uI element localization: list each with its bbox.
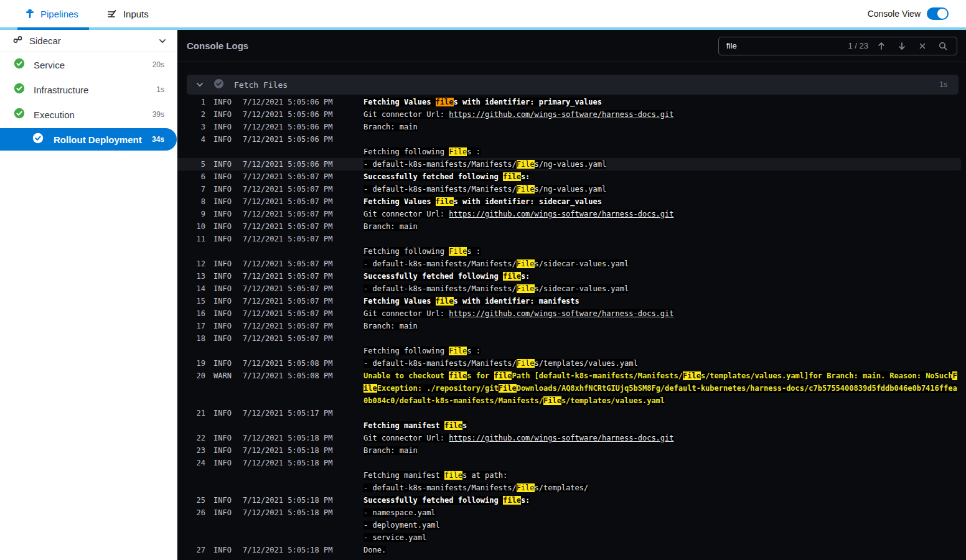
log-row: 9INFO7/12/2021 5:05:07 PMGit connector U… (177, 208, 966, 220)
log-level: INFO (213, 96, 236, 108)
line-number: 23 (187, 444, 205, 457)
log-text: s: (521, 496, 530, 505)
log-level: INFO (213, 220, 236, 233)
stage-duration: 39s (152, 110, 164, 119)
log-text: Fetching Values (363, 98, 436, 106)
sidebar-stage-infrastructure[interactable]: Infrastructure1s (0, 77, 177, 102)
log-text: - default-k8s-manifests/Manifests/ (363, 483, 517, 492)
toggle-knob (937, 9, 947, 19)
line-number: 12 (187, 258, 205, 270)
line-number: 13 (187, 270, 205, 282)
log-row: 3INFO7/12/2021 5:05:06 PMBranch: main (177, 121, 966, 133)
tab-pipelines[interactable]: Pipelines (25, 0, 78, 27)
console-view-toggle[interactable] (927, 7, 949, 20)
log-text: Git connector Url: (363, 434, 449, 442)
log-text: s with identifier: primary_values (454, 98, 602, 106)
log-message: Fetching following Files : (363, 345, 960, 357)
search-highlight: file (503, 496, 521, 505)
sidebar-stage-rollout-deployment[interactable]: Rollout Deployment34s (0, 128, 177, 151)
log-row: 16INFO7/12/2021 5:05:07 PMGit connector … (177, 307, 966, 320)
log-message: Git connector Url: https://github.com/wi… (363, 307, 960, 320)
section-chevron-down-icon[interactable] (195, 80, 204, 89)
sidebar-stage-service[interactable]: Service20s (0, 52, 177, 77)
log-text: s/ng-values.yaml (535, 160, 607, 169)
log-timestamp: 7/12/2021 5:05:07 PM (243, 195, 336, 208)
log-row: 10INFO7/12/2021 5:05:07 PMBranch: main (177, 220, 966, 233)
log-level (213, 519, 236, 531)
log-level: INFO (213, 357, 236, 370)
nav-accent-bar (0, 27, 966, 30)
log-link[interactable]: https://github.com/wings-software/harnes… (449, 110, 673, 119)
search-input[interactable] (726, 41, 826, 50)
log-link[interactable]: https://github.com/wings-software/harnes… (449, 210, 673, 218)
log-text: s/templates/values.yaml (561, 396, 665, 405)
log-text: s/sidecar-values.yaml (535, 284, 629, 293)
sidebar-stage-execution[interactable]: Execution39s (0, 102, 177, 127)
line-number (187, 345, 205, 357)
prev-match-icon[interactable] (874, 39, 889, 54)
search-highlight: File (543, 396, 561, 405)
log-message: Branch: main (363, 121, 960, 133)
log-link[interactable]: https://github.com/wings-software/harnes… (449, 434, 673, 442)
search-highlight: File (683, 371, 701, 380)
log-text: s with identifier: manifests (454, 297, 579, 306)
line-number: 14 (187, 282, 205, 295)
next-match-icon[interactable] (894, 39, 909, 54)
log-level (213, 531, 236, 544)
log-message (363, 407, 960, 419)
log-text: s/ng-values.yaml (535, 185, 607, 194)
top-nav: Pipelines Inputs Console View (0, 0, 966, 27)
search-highlight: file (503, 172, 521, 181)
log-row: 24INFO7/12/2021 5:05:18 PM (177, 457, 966, 469)
log-timestamp: 7/12/2021 5:05:06 PM (243, 108, 336, 121)
log-level: INFO (213, 544, 236, 556)
line-number: 4 (187, 133, 205, 146)
log-message: - default-k8s-manifests/Manifests/Files/… (363, 482, 960, 494)
chevron-down-icon[interactable] (158, 37, 167, 45)
log-link[interactable]: https://github.com/wings-software/harnes… (449, 309, 673, 318)
log-row-continuation: Fetching manifest files at path: (177, 469, 966, 482)
log-text: Branch: main (363, 322, 418, 330)
pipeline-group-header[interactable]: Sidecar (0, 30, 177, 52)
line-number: 10 (187, 220, 205, 233)
log-row: 20WARN7/12/2021 5:05:08 PMUnable to chec… (177, 370, 966, 407)
log-text: s (462, 421, 467, 430)
log-timestamp (243, 519, 336, 531)
line-number: 6 (187, 170, 205, 183)
log-text: - default-k8s-manifests/Manifests/ (363, 359, 517, 368)
log-level: INFO (213, 444, 236, 457)
log-message: - deployment.yaml (363, 519, 960, 531)
log-message: Fetching following Files : (363, 146, 960, 158)
stage-duration: 20s (152, 60, 164, 69)
log-message (363, 457, 960, 469)
line-number: 21 (187, 407, 205, 419)
log-message: Fetching Values files with identifier: m… (363, 295, 960, 307)
log-row: 5INFO7/12/2021 5:05:06 PM- default-k8s-m… (177, 158, 961, 170)
log-timestamp (243, 531, 336, 544)
log-scroll-area[interactable]: Fetch Files 1s 1INFO7/12/2021 5:05:06 PM… (177, 62, 966, 560)
log-level (213, 146, 236, 158)
log-timestamp: 7/12/2021 5:05:06 PM (243, 96, 336, 108)
log-row: 11INFO7/12/2021 5:05:07 PM (177, 233, 966, 245)
log-timestamp (243, 345, 336, 357)
console-panel: Console Logs 1 / 23 (177, 30, 966, 560)
log-text: s : (467, 347, 481, 355)
log-timestamp: 7/12/2021 5:05:18 PM (243, 494, 336, 506)
log-text: Exception: ./repository/git (377, 384, 499, 393)
log-row: 27INFO7/12/2021 5:05:18 PMDone. (177, 544, 966, 556)
tab-inputs[interactable]: Inputs (107, 0, 149, 27)
log-row: 2INFO7/12/2021 5:05:06 PMGit connector U… (177, 108, 966, 121)
log-message: Unable to checkout files for filePath [d… (363, 370, 960, 407)
log-text: Fetching manifest (363, 471, 444, 480)
search-highlight: File (449, 247, 467, 256)
log-row: 13INFO7/12/2021 5:05:07 PMSuccessfully f… (177, 270, 966, 282)
line-number (187, 531, 205, 544)
search-icon[interactable] (936, 39, 950, 54)
search-highlight: File (517, 259, 535, 268)
clear-search-icon[interactable] (915, 39, 930, 54)
log-level: INFO (213, 432, 236, 444)
log-level: INFO (213, 133, 236, 146)
pipeline-group-label: Sidecar (29, 35, 61, 46)
log-search-box: 1 / 23 (718, 37, 957, 55)
log-section-header[interactable]: Fetch Files 1s (187, 75, 959, 95)
